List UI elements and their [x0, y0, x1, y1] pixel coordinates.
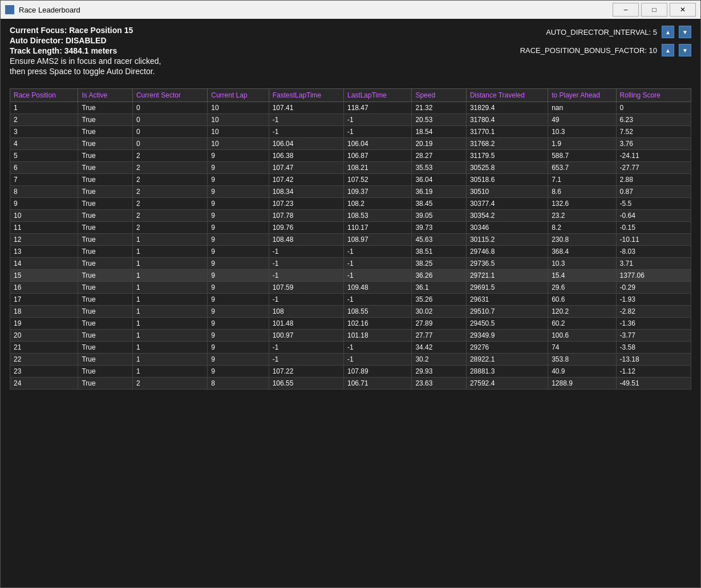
close-button[interactable]: ✕ — [670, 3, 696, 17]
cell-r18-c0: 19 — [10, 318, 78, 330]
cell-r12-c6: 38.51 — [412, 246, 467, 258]
table-row[interactable]: 21True19-1-134.422927674-3.58 — [10, 342, 691, 354]
cell-r21-c3: 9 — [208, 354, 269, 366]
cell-r22-c5: 107.89 — [344, 366, 412, 378]
leaderboard-table-container[interactable]: Race PositionIs ActiveCurrent SectorCurr… — [10, 88, 691, 581]
table-row[interactable]: 22True19-1-130.228922.1353.8-13.18 — [10, 354, 691, 366]
col-header-2: Current Sector — [132, 89, 207, 102]
cell-r16-c7: 29631 — [466, 294, 548, 306]
cell-r1-c9: 6.23 — [616, 114, 691, 126]
minimize-button[interactable]: – — [613, 3, 639, 17]
cell-r18-c3: 9 — [208, 318, 269, 330]
cell-r2-c0: 3 — [10, 126, 78, 138]
cell-r17-c9: -2.82 — [616, 306, 691, 318]
cell-r7-c3: 9 — [208, 186, 269, 198]
table-row[interactable]: 19True19101.48102.1627.8929450.560.2-1.3… — [10, 318, 691, 330]
cell-r20-c9: -3.58 — [616, 342, 691, 354]
cell-r4-c9: -24.11 — [616, 150, 691, 162]
cell-r19-c9: -3.77 — [616, 330, 691, 342]
cell-r14-c1: True — [78, 270, 133, 282]
cell-r10-c5: 110.17 — [344, 222, 412, 234]
table-row[interactable]: 14True19-1-138.2529736.510.33.71 — [10, 258, 691, 270]
cell-r11-c1: True — [78, 234, 133, 246]
table-row[interactable]: 7True29107.42107.5236.0430518.67.12.88 — [10, 174, 691, 186]
table-row[interactable]: 5True29106.38106.8728.2731179.5588.7-24.… — [10, 150, 691, 162]
leaderboard-table: Race PositionIs ActiveCurrent SectorCurr… — [10, 88, 691, 390]
table-body: 1True010107.41118.4721.3231829.4nan02Tru… — [10, 102, 691, 390]
table-row[interactable]: 9True29107.23108.238.4530377.4132.6-5.5 — [10, 198, 691, 210]
table-row[interactable]: 4True010106.04106.0420.1931768.21.93.76 — [10, 138, 691, 150]
cell-r6-c8: 7.1 — [548, 174, 616, 186]
table-row[interactable]: 18True19108108.5530.0229510.7120.2-2.82 — [10, 306, 691, 318]
cell-r9-c8: 23.2 — [548, 210, 616, 222]
cell-r18-c5: 102.16 — [344, 318, 412, 330]
table-row[interactable]: 8True29108.34109.3736.19305108.60.87 — [10, 186, 691, 198]
maximize-button[interactable]: □ — [641, 3, 667, 17]
table-row[interactable]: 1True010107.41118.4721.3231829.4nan0 — [10, 102, 691, 114]
cell-r10-c4: 109.76 — [269, 222, 343, 234]
cell-r6-c6: 36.04 — [412, 174, 467, 186]
table-row[interactable]: 10True29107.78108.5339.0530354.223.2-0.6… — [10, 210, 691, 222]
cell-r12-c2: 1 — [132, 246, 207, 258]
table-row[interactable]: 15True19-1-136.2629721.115.41377.06 — [10, 270, 691, 282]
interval-up-button[interactable]: ▲ — [662, 26, 674, 38]
focus-info: Current Focus: Race Position 15 — [10, 26, 161, 35]
cell-r10-c0: 11 — [10, 222, 78, 234]
cell-r10-c3: 9 — [208, 222, 269, 234]
cell-r4-c3: 9 — [208, 150, 269, 162]
cell-r12-c1: True — [78, 246, 133, 258]
cell-r5-c2: 2 — [132, 162, 207, 174]
cell-r13-c5: -1 — [344, 258, 412, 270]
table-row[interactable]: 20True19100.97101.1827.7729349.9100.6-3.… — [10, 330, 691, 342]
cell-r3-c8: 1.9 — [548, 138, 616, 150]
table-row[interactable]: 16True19107.59109.4836.129691.529.6-0.29 — [10, 282, 691, 294]
table-row[interactable]: 24True28106.55106.7123.6327592.41288.9-4… — [10, 378, 691, 390]
cell-r11-c2: 1 — [132, 234, 207, 246]
table-row[interactable]: 6True29107.47108.2135.5330525.8653.7-27.… — [10, 162, 691, 174]
cell-r17-c5: 108.55 — [344, 306, 412, 318]
cell-r21-c2: 1 — [132, 354, 207, 366]
cell-r21-c0: 22 — [10, 354, 78, 366]
cell-r8-c2: 2 — [132, 198, 207, 210]
cell-r22-c6: 29.93 — [412, 366, 467, 378]
cell-r18-c1: True — [78, 318, 133, 330]
cell-r17-c0: 18 — [10, 306, 78, 318]
cell-r3-c6: 20.19 — [412, 138, 467, 150]
cell-r18-c2: 1 — [132, 318, 207, 330]
cell-r3-c2: 0 — [132, 138, 207, 150]
cell-r15-c5: 109.48 — [344, 282, 412, 294]
cell-r4-c1: True — [78, 150, 133, 162]
table-row[interactable]: 12True19108.48108.9745.6330115.2230.8-10… — [10, 234, 691, 246]
bonus-down-button[interactable]: ▼ — [679, 44, 691, 56]
table-row[interactable]: 3True010-1-118.5431770.110.37.52 — [10, 126, 691, 138]
title-bar: Race Leaderboard – □ ✕ — [1, 1, 700, 19]
cell-r4-c6: 28.27 — [412, 150, 467, 162]
cell-r21-c1: True — [78, 354, 133, 366]
table-row[interactable]: 2True010-1-120.5331780.4496.23 — [10, 114, 691, 126]
cell-r18-c4: 101.48 — [269, 318, 343, 330]
table-row[interactable]: 17True19-1-135.262963160.6-1.93 — [10, 294, 691, 306]
table-row[interactable]: 13True19-1-138.5129746.8368.4-8.03 — [10, 246, 691, 258]
table-row[interactable]: 23True19107.22107.8929.9328881.340.9-1.1… — [10, 366, 691, 378]
table-row[interactable]: 11True29109.76110.1739.73303468.2-0.15 — [10, 222, 691, 234]
cell-r8-c5: 108.2 — [344, 198, 412, 210]
interval-down-button[interactable]: ▼ — [679, 26, 691, 38]
cell-r5-c7: 30525.8 — [466, 162, 548, 174]
cell-r10-c7: 30346 — [466, 222, 548, 234]
cell-r21-c4: -1 — [269, 354, 343, 366]
cell-r9-c3: 9 — [208, 210, 269, 222]
cell-r20-c0: 21 — [10, 342, 78, 354]
cell-r2-c8: 10.3 — [548, 126, 616, 138]
cell-r9-c0: 10 — [10, 210, 78, 222]
cell-r9-c2: 2 — [132, 210, 207, 222]
cell-r2-c4: -1 — [269, 126, 343, 138]
cell-r6-c7: 30518.6 — [466, 174, 548, 186]
table-header: Race PositionIs ActiveCurrent SectorCurr… — [10, 89, 691, 102]
cell-r10-c8: 8.2 — [548, 222, 616, 234]
col-header-4: FastestLapTime — [269, 89, 343, 102]
cell-r16-c4: -1 — [269, 294, 343, 306]
cell-r0-c1: True — [78, 102, 133, 114]
cell-r12-c8: 368.4 — [548, 246, 616, 258]
bonus-up-button[interactable]: ▲ — [662, 44, 674, 56]
cell-r8-c1: True — [78, 198, 133, 210]
